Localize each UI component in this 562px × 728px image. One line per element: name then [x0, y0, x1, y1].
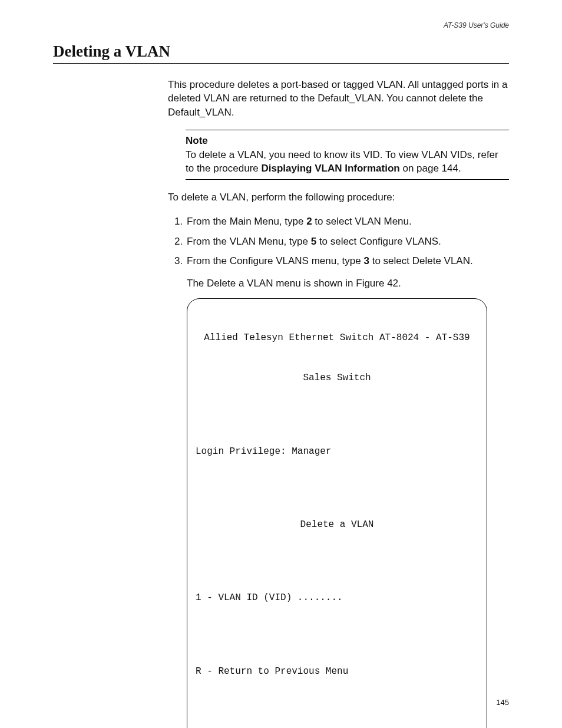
note-block-1: Note To delete a VLAN, you need to know …	[186, 130, 509, 179]
note-label: Note	[186, 134, 509, 147]
term-line-4: Delete a VLAN	[196, 518, 478, 532]
procedure-list: From the Main Menu, type 2 to select VLA…	[168, 215, 509, 728]
term-line-3: Login Privilege: Manager	[196, 444, 478, 459]
section-title: Deleting a VLAN	[53, 42, 509, 64]
body-content: This procedure deletes a port-based or t…	[168, 78, 509, 728]
step-1: From the Main Menu, type 2 to select VLA…	[186, 215, 509, 228]
terminal-figure: Allied Telesyn Ethernet Switch AT-8024 -…	[187, 298, 487, 728]
step-3-sub: The Delete a VLAN menu is shown in Figur…	[187, 276, 509, 290]
term-line-6: R - Return to Previous Menu	[196, 664, 478, 678]
intro-paragraph: This procedure deletes a port-based or t…	[168, 78, 509, 119]
lead-line: To delete a VLAN, perform the following …	[168, 190, 509, 204]
term-line-5: 1 - VLAN ID (VID) ........	[196, 591, 478, 605]
step-3: From the Configure VLANS menu, type 3 to…	[186, 254, 509, 728]
term-line-1: Allied Telesyn Ethernet Switch AT-8024 -…	[196, 331, 478, 345]
running-header: AT-S39 User's Guide	[53, 21, 509, 29]
step-2: From the VLAN Menu, type 5 to select Con…	[186, 235, 509, 248]
page-number: 145	[496, 698, 509, 707]
note-text: To delete a VLAN, you need to know its V…	[186, 148, 509, 176]
term-line-2: Sales Switch	[196, 371, 478, 385]
